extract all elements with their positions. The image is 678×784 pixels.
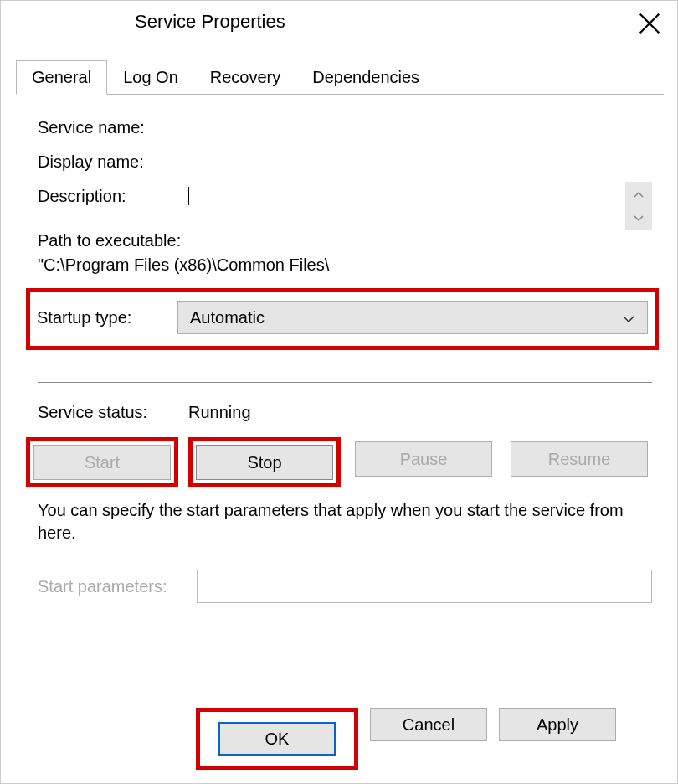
titlebar: Service Properties [1, 1, 677, 43]
start-button: Start [33, 445, 171, 480]
close-icon [637, 11, 662, 36]
row-start-parameters: Start parameters: [38, 570, 652, 603]
label-service-name: Service name: [38, 118, 188, 137]
tab-dependencies[interactable]: Dependencies [296, 60, 435, 95]
label-path: Path to executable: [38, 231, 652, 250]
description-scrollbuttons [625, 182, 652, 230]
row-path: Path to executable: "C:\Program Files (x… [38, 231, 652, 275]
tab-row: General Log On Recovery Dependencies [16, 59, 664, 95]
row-service-name: Service name: [38, 118, 652, 137]
label-service-status: Service status: [38, 403, 188, 422]
tab-general[interactable]: General [16, 60, 107, 95]
label-start-parameters: Start parameters: [38, 577, 197, 596]
highlight-ok-button: OK [196, 708, 358, 770]
wrap-resume: Resume [506, 437, 652, 487]
startup-type-value: Automatic [190, 308, 265, 328]
dialog-title: Service Properties [135, 11, 285, 33]
highlight-stop-button: Stop [188, 437, 341, 487]
service-properties-dialog: Service Properties General Log On Recove… [0, 0, 678, 784]
value-path: "C:\Program Files (x86)\Common Files\ [38, 255, 652, 275]
row-display-name: Display name: [38, 152, 652, 172]
scroll-up-icon[interactable] [625, 182, 652, 206]
stop-button[interactable]: Stop [196, 445, 333, 480]
resume-button: Resume [511, 441, 648, 477]
service-control-buttons: Start Stop Pause Resume [26, 437, 652, 487]
row-description: Description: [38, 187, 652, 206]
tab-recovery[interactable]: Recovery [194, 60, 296, 95]
scroll-down-icon[interactable] [625, 206, 652, 230]
row-service-status: Service status: Running [38, 403, 652, 422]
label-startup-type: Startup type: [37, 308, 177, 328]
apply-button[interactable]: Apply [499, 708, 616, 741]
label-description: Description: [38, 187, 188, 206]
value-service-status: Running [188, 403, 251, 422]
tab-content-general: Service name: Display name: Description:… [1, 95, 677, 603]
start-parameters-input [197, 570, 652, 603]
highlight-startup-type: Startup type: Automatic [26, 288, 659, 350]
label-display-name: Display name: [38, 152, 188, 172]
chevron-down-icon [622, 308, 635, 328]
tab-log-on[interactable]: Log On [107, 60, 194, 95]
cancel-button[interactable]: Cancel [370, 708, 487, 741]
help-text: You can specify the start parameters tha… [38, 499, 652, 544]
separator [38, 382, 652, 383]
close-button[interactable] [637, 11, 662, 36]
startup-type-dropdown[interactable]: Automatic [177, 301, 648, 334]
highlight-start-button: Start [26, 437, 178, 487]
ok-button[interactable]: OK [218, 722, 336, 756]
pause-button: Pause [355, 441, 492, 477]
dialog-footer: OK Cancel Apply [1, 708, 677, 770]
description-caret [188, 187, 189, 205]
wrap-pause: Pause [351, 437, 496, 487]
